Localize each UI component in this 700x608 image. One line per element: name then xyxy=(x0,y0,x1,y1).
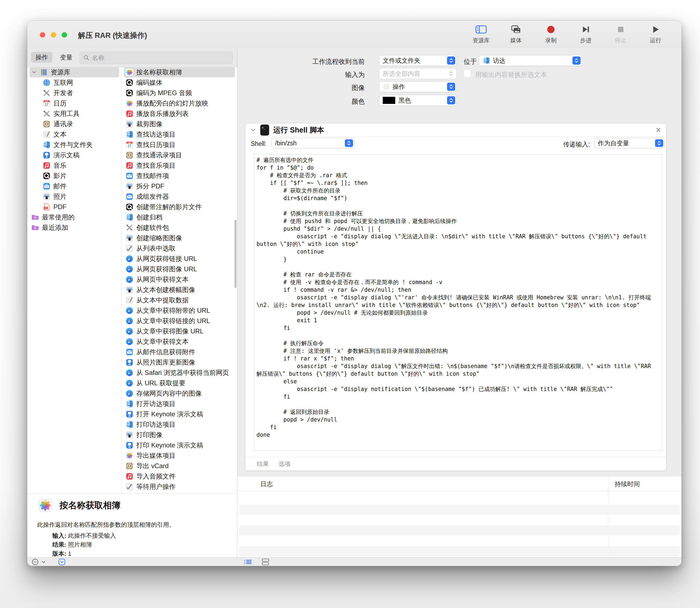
list-view-icon[interactable] xyxy=(244,558,252,566)
action-item[interactable]: 创建带注解的影片文件 xyxy=(124,202,235,212)
description-title: 按名称获取相簿 xyxy=(59,499,120,512)
action-item[interactable]: 从网页获得图像 URL xyxy=(124,264,235,274)
action-item[interactable]: JUL17查找日历项目 xyxy=(124,139,235,150)
more-options-icon[interactable] xyxy=(32,558,39,566)
action-item[interactable]: 打印图像 xyxy=(124,430,235,440)
shell-script-editor[interactable]: # 遍历所有选中的文件 for f in "$@"; do # 检查文件是否为 … xyxy=(254,154,662,451)
action-item[interactable]: 从列表中选取 xyxy=(124,243,235,253)
stepper-icon xyxy=(447,56,455,64)
category-item[interactable]: 资源库 xyxy=(30,67,119,77)
action-item[interactable]: 从文章中获得附带的 URL xyxy=(124,305,235,316)
action-item[interactable]: 创建归档 xyxy=(124,212,235,223)
action-item[interactable]: 创建软件包 xyxy=(124,223,235,233)
workflow-receives-select[interactable]: 文件或文件夹 xyxy=(379,55,456,66)
action-item[interactable]: 存储网页内容中的图像 xyxy=(124,388,235,399)
action-item[interactable]: 导入音频文件 xyxy=(124,471,235,481)
category-item[interactable]: JUL17日历 xyxy=(30,98,119,109)
tab-actions[interactable]: 操作 xyxy=(31,52,52,63)
collapse-variables-icon[interactable] xyxy=(58,558,65,566)
category-item[interactable]: 照片 xyxy=(30,191,119,202)
log-panel: 日志 持续时间 xyxy=(237,477,681,557)
action-item[interactable]: 查找音乐项目 xyxy=(124,160,235,171)
shell-select[interactable]: /bin/zsh xyxy=(272,138,354,148)
action-item[interactable]: 成组发件器 xyxy=(124,191,235,202)
close-window-button[interactable] xyxy=(40,32,45,38)
action-item[interactable]: 打印访达项目 xyxy=(124,419,235,430)
collapse-chevron-icon[interactable] xyxy=(250,127,256,133)
category-item[interactable]: 最常使用的 xyxy=(30,212,119,223)
photos-icon xyxy=(125,99,134,108)
action-item[interactable]: 从 Safari 浏览器中获得当前网页 xyxy=(124,367,235,378)
action-item[interactable]: 创建缩略图图像 xyxy=(124,233,235,243)
action-item[interactable]: 打开 Keynote 演示文稿 xyxy=(124,409,235,419)
svg-text:PDF: PDF xyxy=(44,207,48,209)
action-item[interactable]: 查找访达项目 xyxy=(124,129,235,139)
search-input[interactable]: 名称 xyxy=(80,52,233,64)
preview-icon xyxy=(125,286,134,294)
title-bar[interactable]: 解压 RAR (快速操作) 资源库媒体录制步进停止运行 xyxy=(27,21,681,48)
pass-input-select[interactable]: 作为自变量 xyxy=(594,138,665,148)
action-item[interactable]: 从文章中获得链接的 URL xyxy=(124,316,235,326)
safari-icon xyxy=(125,317,134,325)
action-item[interactable]: 打开访达项目 xyxy=(124,399,235,409)
chevron-down-icon[interactable] xyxy=(41,560,46,564)
action-item[interactable]: 从文章中获得图像 URL xyxy=(124,326,235,337)
category-item[interactable]: 邮件 xyxy=(30,181,119,191)
category-item[interactable]: 影片 xyxy=(30,171,119,181)
action-item[interactable]: 从网页获得链接 URL xyxy=(124,253,235,264)
action-item[interactable]: 编码媒体 xyxy=(124,77,235,88)
action-item[interactable]: 裁剪图像 xyxy=(124,119,235,129)
toolbar-button-library[interactable]: 资源库 xyxy=(471,24,491,44)
toolbar-button-step[interactable]: 步进 xyxy=(576,24,595,44)
action-item[interactable]: 从照片图库更新图像 xyxy=(124,357,235,367)
stacked-view-icon[interactable] xyxy=(261,558,270,566)
chevron-down-icon[interactable] xyxy=(31,70,37,75)
action-item[interactable]: 从文章中获得文本 xyxy=(124,337,235,347)
tab-variables[interactable]: 变量 xyxy=(56,52,77,63)
category-item[interactable]: 通讯录 xyxy=(30,119,119,129)
category-item[interactable]: 音乐 xyxy=(30,160,119,171)
image-select[interactable]: 操作 xyxy=(379,81,456,92)
action-item[interactable]: 拆分 PDF xyxy=(124,181,235,191)
stepper-icon xyxy=(447,70,455,78)
action-item[interactable]: 查找通讯录项目 xyxy=(124,150,235,160)
application-select[interactable]: 访达 xyxy=(479,55,582,66)
contacts-icon xyxy=(125,462,134,470)
minimize-window-button[interactable] xyxy=(51,32,56,38)
category-item[interactable]: 开发者 xyxy=(30,88,119,98)
action-item[interactable]: 导出媒体项目 xyxy=(124,451,235,461)
zoom-window-button[interactable] xyxy=(62,32,67,38)
image-label: 图像 xyxy=(352,83,365,92)
toolbar-button-media[interactable]: 媒体 xyxy=(506,24,526,44)
toolbar-button-run[interactable]: 运行 xyxy=(646,24,665,44)
action-item[interactable]: 从邮件信息获得附件 xyxy=(124,347,235,357)
action-item[interactable]: 播放配旁白的幻灯片放映 xyxy=(124,98,235,109)
category-item[interactable]: 互联网 xyxy=(30,77,119,88)
color-select[interactable]: 黑色 xyxy=(379,95,456,106)
toolbar-button-record[interactable]: 录制 xyxy=(541,24,560,44)
action-item[interactable]: 等待用户操作 xyxy=(124,481,235,492)
action-item[interactable]: 编码为 MPEG 音频 xyxy=(124,88,235,98)
log-row-stripe xyxy=(239,505,680,515)
action-item[interactable]: 导出 vCard xyxy=(124,461,235,471)
action-list-scrollbar[interactable] xyxy=(234,220,237,288)
category-item[interactable]: 实用工具 xyxy=(30,109,119,119)
action-item[interactable]: 打印 Keynote 演示文稿 xyxy=(124,440,235,451)
options-link[interactable]: 选项 xyxy=(278,460,291,468)
category-item[interactable]: 文本 xyxy=(30,129,119,139)
action-item[interactable]: 从文本中提取数据 xyxy=(124,295,235,305)
category-item[interactable]: 最近添加 xyxy=(30,223,119,233)
action-item[interactable]: 播放音乐播放列表 xyxy=(124,109,235,119)
action-item[interactable]: 从网页中获得文本 xyxy=(124,274,235,285)
results-link[interactable]: 结果 xyxy=(257,460,269,468)
log-row-stripe xyxy=(239,546,680,556)
category-item[interactable]: 演示文稿 xyxy=(30,150,119,160)
textedit-icon xyxy=(125,296,134,304)
category-item[interactable]: PDFPDF xyxy=(30,202,119,212)
category-item[interactable]: 文件与文件夹 xyxy=(30,139,119,150)
action-item[interactable]: 按名称获取相簿 xyxy=(124,67,235,77)
action-item[interactable]: 从 URL 获取提要 xyxy=(124,378,235,388)
close-action-icon[interactable]: ✕ xyxy=(655,126,661,134)
action-item[interactable]: 从文本创建横幅图像 xyxy=(124,285,235,295)
action-item[interactable]: 查找邮件项 xyxy=(124,171,235,181)
